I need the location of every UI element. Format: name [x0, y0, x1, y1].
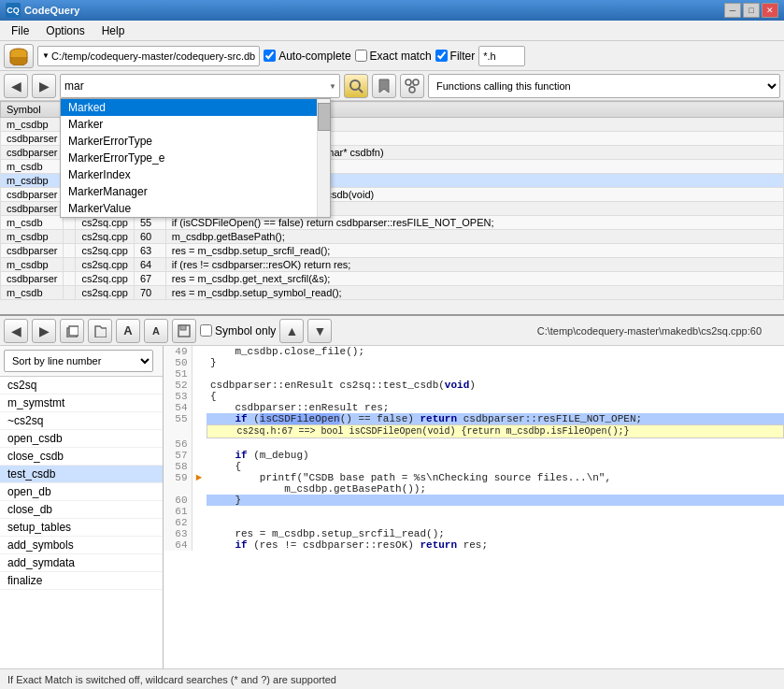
open-file-button[interactable] [88, 319, 112, 343]
cell-line: 70 [134, 286, 165, 300]
sort-select[interactable]: Sort by line number [4, 350, 153, 372]
search-input[interactable] [60, 74, 340, 98]
filter-checkbox-label[interactable]: Filter [435, 50, 476, 63]
status-bar: If Exact Match is switched off, wildcard… [0, 668, 784, 689]
dropdown-item-marked[interactable]: Marked [61, 99, 330, 116]
cell-file: cs2sq.cpp [76, 258, 135, 272]
scroll-up-button[interactable]: ▲ [279, 319, 304, 343]
dropdown-item-markerindex[interactable]: MarkerIndex [61, 166, 330, 183]
save-button[interactable] [172, 319, 196, 343]
code-line-row: 49 m_csdbp.close_file(); [164, 346, 784, 357]
bookmark-button[interactable] [372, 74, 396, 98]
menu-options[interactable]: Options [38, 22, 92, 39]
arrow-col [192, 402, 207, 413]
arrow-col [192, 450, 207, 461]
graph-button[interactable] [400, 74, 424, 98]
autocomplete-checkbox[interactable] [264, 50, 276, 62]
exact-match-checkbox[interactable] [355, 50, 367, 62]
menu-file[interactable]: File [4, 22, 36, 39]
bottom-section: Sort by line number cs2sqm_symstmt~cs2sq… [0, 346, 784, 668]
scroll-down-button[interactable]: ▼ [307, 319, 332, 343]
dropdown-item-markererrortype[interactable]: MarkerErrorType [61, 133, 330, 150]
arrow-col [192, 495, 207, 506]
left-panel: Sort by line number cs2sqm_symstmt~cs2sq… [0, 346, 164, 668]
func-list-item[interactable]: ~cs2sq [0, 412, 163, 430]
table-row[interactable]: m_csdb cs2sq.cpp 70 res = m_csdbp.setup_… [1, 286, 784, 300]
cell-symbol: csdbparser [1, 146, 64, 160]
code-line-row: m_csdbp.getBasePath()); [164, 483, 784, 495]
func-list-item[interactable]: open_db [0, 483, 163, 501]
func-list-item[interactable]: finalize [0, 572, 163, 590]
font-size-decrease-button[interactable]: A [144, 319, 168, 343]
code-line-text: } [207, 357, 784, 368]
dropdown-scrollbar [317, 99, 330, 217]
dropdown-item-marker[interactable]: Marker [61, 116, 330, 133]
back-button[interactable]: ◀ [4, 74, 28, 98]
code-line-row: 60 } [164, 495, 784, 506]
file-path-display: C:\temp\codequery-master\makedb\cs2sq.cp… [335, 325, 780, 337]
arrow-col [192, 380, 207, 391]
filter-input[interactable] [478, 46, 525, 66]
table-row[interactable]: csdbparser cs2sq.cpp 63 res = m_csdbp.se… [1, 244, 784, 258]
maximize-button[interactable]: □ [743, 3, 760, 18]
toolbar1: ▼ C:/temp/codequery-master/codequery-src… [0, 41, 784, 71]
font-size-increase-button[interactable]: A [116, 319, 140, 343]
arrow-col [192, 483, 207, 495]
dropdown-item-markermanager[interactable]: MarkerManager [61, 183, 330, 200]
line-number: 55 [164, 413, 192, 425]
search-dropdown-arrow-icon[interactable]: ▼ [329, 81, 336, 90]
menu-help[interactable]: Help [94, 22, 133, 39]
menu-bar: File Options Help [0, 21, 784, 41]
line-number: 62 [164, 517, 192, 528]
arrow-col [192, 368, 207, 380]
cell-symbol: csdbparser [1, 244, 64, 258]
func-list-item[interactable]: test_csdb [0, 466, 163, 483]
func-list-item[interactable]: close_db [0, 501, 163, 519]
svg-point-3 [406, 79, 411, 85]
table-row[interactable]: csdbparser cs2sq.cpp 67 res = m_csdbp.ge… [1, 272, 784, 286]
func-list-item[interactable]: cs2sq [0, 377, 163, 395]
close-button[interactable]: ✕ [762, 3, 778, 18]
exact-match-checkbox-label[interactable]: Exact match [355, 50, 432, 63]
prev-result-button[interactable]: ◀ [4, 319, 28, 343]
bookmark-icon [378, 79, 391, 93]
code-line-row: 62 [164, 517, 784, 528]
cell-line: 60 [134, 230, 165, 244]
line-number [164, 425, 192, 438]
filter-label-text: Filter [450, 50, 476, 63]
func-list-item[interactable]: m_symstmt [0, 395, 163, 412]
symbol-only-label[interactable]: Symbol only [200, 324, 276, 337]
func-list-item[interactable]: setup_tables [0, 519, 163, 537]
func-list-item[interactable]: close_csdb [0, 448, 163, 466]
func-list-item[interactable]: open_csdb [0, 430, 163, 448]
open-db-button[interactable] [4, 44, 34, 68]
cell-symbol: m_csdbp [1, 230, 64, 244]
search-dropdown: Marked Marker MarkerErrorType MarkerErro… [60, 98, 331, 218]
dropdown-item-markervalue[interactable]: MarkerValue [61, 200, 330, 217]
table-row[interactable]: m_csdbp cs2sq.cpp 64 if (res != csdbpars… [1, 258, 784, 272]
dropdown-item-markererrortypee[interactable]: MarkerErrorType_e [61, 150, 330, 166]
copy-button[interactable] [60, 319, 84, 343]
dropdown-scroll-thumb [318, 103, 331, 131]
cell-line: 63 [134, 244, 165, 258]
code-view: 49 m_csdbp.close_file(); 50 } 51 52 csdb… [164, 346, 784, 668]
code-line-row: 64 if (res != csdbparser::resOK) return … [164, 539, 784, 551]
func-list-item[interactable]: add_symdata [0, 554, 163, 572]
func-list-item[interactable]: add_symbols [0, 537, 163, 554]
filter-checkbox[interactable] [435, 50, 448, 62]
next-result-button[interactable]: ▶ [32, 319, 56, 343]
arrow-col [192, 391, 207, 402]
arrow-col [192, 506, 207, 517]
function-type-select[interactable]: Functions calling this function [428, 74, 780, 98]
search-icon [349, 79, 363, 93]
table-row[interactable]: m_csdb cs2sq.cpp 55 if (isCSDFileOpen() … [1, 216, 784, 230]
table-row[interactable]: m_csdbp cs2sq.cpp 60 m_csdbp.getBasePath… [1, 230, 784, 244]
code-line-row: cs2sq.h:67 ==> bool isCSDFileOpen(void) … [164, 425, 784, 438]
autocomplete-checkbox-label[interactable]: Auto-complete [264, 50, 350, 63]
minimize-button[interactable]: ─ [724, 3, 741, 18]
autocomplete-label: Auto-complete [278, 50, 350, 63]
search-button[interactable] [344, 74, 368, 98]
exact-match-label: Exact match [370, 50, 432, 63]
symbol-only-checkbox[interactable] [200, 324, 212, 337]
forward-button[interactable]: ▶ [32, 74, 56, 98]
